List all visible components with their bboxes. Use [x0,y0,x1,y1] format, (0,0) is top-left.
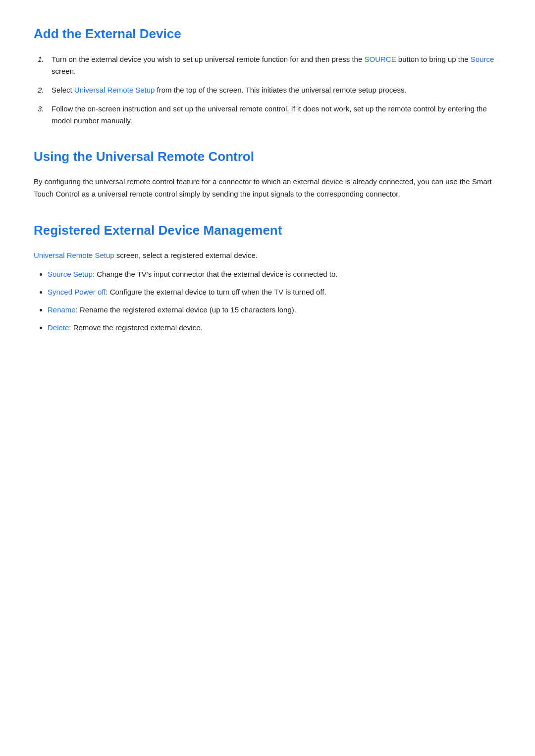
list-number-1: 1. [38,53,52,65]
list-content-3: Follow the on-screen instruction and set… [52,103,501,127]
section-add-external-device: Add the External Device 1. Turn on the e… [34,24,501,127]
delete-link: Delete [48,323,69,332]
section1-list: 1. Turn on the external device you wish … [38,53,501,127]
section2-title: Using the Universal Remote Control [34,147,501,167]
list-item-rename: Rename: Rename the registered external d… [48,304,501,316]
section3-bullet-list: Source Setup: Change the TV's input conn… [34,268,501,334]
list-number-3: 3. [38,103,52,115]
section3-title: Registered External Device Management [34,220,501,241]
section-registered-external-device: Registered External Device Management Un… [34,220,501,334]
source-screen-link: Source [471,55,494,63]
synced-power-off-link: Synced Power off [48,288,106,296]
source-button-link: SOURCE [364,55,396,63]
list-number-2: 2. [38,84,52,96]
list-item-synced-power-off: Synced Power off: Configure the external… [48,286,501,298]
list-item-delete: Delete: Remove the registered external d… [48,322,501,334]
universal-remote-setup-link-2: Universal Remote Setup [34,251,114,259]
list-item-2: 2. Select Universal Remote Setup from th… [38,84,501,96]
rename-link: Rename [48,305,76,314]
section3-intro: Universal Remote Setup screen, select a … [34,250,501,261]
section2-body: By configuring the universal remote cont… [34,176,501,201]
list-item-3: 3. Follow the on-screen instruction and … [38,103,501,127]
section-using-universal-remote: Using the Universal Remote Control By co… [34,147,501,201]
list-item-source-setup: Source Setup: Change the TV's input conn… [48,268,501,280]
list-content-2: Select Universal Remote Setup from the t… [52,84,501,96]
universal-remote-setup-link-1: Universal Remote Setup [74,86,155,94]
source-setup-link: Source Setup [48,270,93,278]
list-content-1: Turn on the external device you wish to … [52,53,501,77]
list-item-1: 1. Turn on the external device you wish … [38,53,501,77]
section1-title: Add the External Device [34,24,501,45]
